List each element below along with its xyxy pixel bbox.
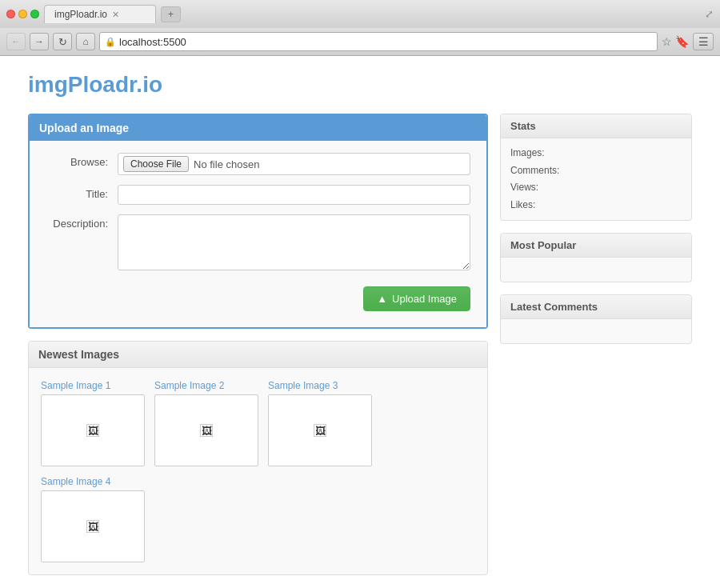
title-input[interactable] [118, 185, 470, 205]
image-thumb-4: 🖼 [41, 490, 145, 562]
home-button[interactable]: ⌂ [76, 33, 95, 50]
image-link-4[interactable]: Sample Image 4 [41, 476, 145, 487]
choose-file-button[interactable]: Choose File [123, 156, 189, 172]
popular-panel-body [501, 258, 691, 282]
broken-image-icon: 🖼 [200, 424, 213, 437]
image-link-3[interactable]: Sample Image 3 [268, 380, 372, 391]
list-item: Sample Image 4 🖼 [41, 476, 145, 562]
menu-button[interactable]: ☰ [693, 33, 714, 50]
browse-row: Browse: Choose File No file chosen [46, 153, 470, 175]
stat-likes: Likes: [510, 197, 682, 214]
list-item: Sample Image 3 🖼 [268, 380, 372, 466]
page-wrapper: imgPloadr.io Upload an Image Browse: [0, 56, 720, 588]
image-thumb-2: 🖼 [154, 394, 258, 466]
file-input-wrap: Choose File No file chosen [118, 153, 470, 175]
stat-images: Images: [510, 145, 682, 162]
star-button[interactable]: ☆ [662, 35, 672, 48]
images-grid: Sample Image 1 🖼 Sample Image 2 🖼 [29, 368, 487, 574]
left-column: Upload an Image Browse: Choose File No f… [28, 114, 488, 575]
list-item: Sample Image 1 🖼 [41, 380, 145, 466]
stats-panel-body: Images: Comments: Views: Likes: [501, 138, 691, 220]
address-bar[interactable]: 🔒 [99, 32, 658, 51]
title-input-wrap [118, 185, 470, 205]
image-link-1[interactable]: Sample Image 1 [41, 380, 145, 391]
minimize-dot[interactable] [18, 10, 27, 18]
stat-views: Views: [510, 179, 682, 197]
comments-panel-header: Latest Comments [501, 295, 691, 319]
title-label: Title: [46, 185, 118, 200]
page-footer: imgPloadr.io | © Copyright 2014, All Rig… [28, 575, 692, 588]
stats-panel: Stats Images: Comments: Views: Likes: [500, 114, 692, 221]
new-tab-button[interactable]: + [161, 6, 181, 22]
refresh-button[interactable]: ↻ [53, 33, 72, 50]
main-layout: Upload an Image Browse: Choose File No f… [28, 114, 692, 575]
description-label: Description: [46, 214, 118, 230]
browser-tab[interactable]: imgPloadr.io ✕ [44, 5, 156, 23]
page-content: imgPloadr.io Upload an Image Browse: [16, 56, 704, 588]
browser-toolbar: ← → ↻ ⌂ 🔒 ☆ 🔖 ☰ [0, 28, 720, 56]
upload-button[interactable]: ▲ Upload Image [363, 286, 470, 311]
resize-icon: ⤢ [705, 8, 714, 20]
upload-panel: Upload an Image Browse: Choose File No f… [28, 114, 488, 329]
site-title: imgPloadr.io [28, 72, 692, 98]
description-input[interactable] [118, 214, 470, 270]
comments-panel: Latest Comments [500, 294, 692, 344]
stat-comments: Comments: [510, 162, 682, 180]
address-actions: ☆ 🔖 [662, 35, 689, 48]
tab-close-icon[interactable]: ✕ [112, 10, 119, 20]
upload-panel-body: Browse: Choose File No file chosen [30, 141, 486, 327]
file-name-display: No file chosen [189, 158, 259, 170]
image-thumb-1: 🖼 [41, 394, 145, 466]
right-column: Stats Images: Comments: Views: Likes: [500, 114, 692, 575]
close-dot[interactable] [6, 10, 15, 18]
browse-label: Browse: [46, 153, 118, 168]
broken-image-icon: 🖼 [86, 520, 99, 533]
comments-panel-body [501, 319, 691, 343]
file-input-display: Choose File No file chosen [118, 153, 470, 175]
list-item: Sample Image 2 🖼 [154, 380, 258, 466]
title-row: Title: [46, 185, 470, 205]
description-input-wrap [118, 214, 470, 273]
upload-panel-header: Upload an Image [30, 115, 486, 141]
broken-image-icon: 🖼 [314, 424, 326, 437]
image-thumb-3: 🖼 [268, 394, 372, 466]
forward-button[interactable]: → [30, 33, 49, 50]
newest-images-header: Newest Images [29, 342, 487, 368]
window-controls [6, 10, 39, 18]
stats-panel-header: Stats [501, 114, 691, 138]
maximize-dot[interactable] [30, 10, 39, 18]
popular-panel-header: Most Popular [501, 234, 691, 258]
browser-titlebar: imgPloadr.io ✕ + ⤢ [0, 0, 720, 28]
address-input[interactable] [119, 36, 652, 48]
upload-btn-row: ▲ Upload Image [46, 282, 470, 311]
description-row: Description: [46, 214, 470, 273]
bookmark-button[interactable]: 🔖 [675, 35, 689, 48]
image-link-2[interactable]: Sample Image 2 [154, 380, 258, 391]
upload-icon: ▲ [377, 293, 387, 305]
back-button[interactable]: ← [6, 33, 26, 50]
upload-button-label: Upload Image [392, 293, 457, 305]
address-lock-icon: 🔒 [105, 37, 116, 47]
tab-title: imgPloadr.io [54, 9, 107, 20]
newest-images-panel: Newest Images Sample Image 1 🖼 Sample Im… [28, 341, 488, 575]
popular-panel: Most Popular [500, 233, 692, 282]
broken-image-icon: 🖼 [86, 424, 99, 437]
stats-list: Images: Comments: Views: Likes: [510, 145, 682, 214]
